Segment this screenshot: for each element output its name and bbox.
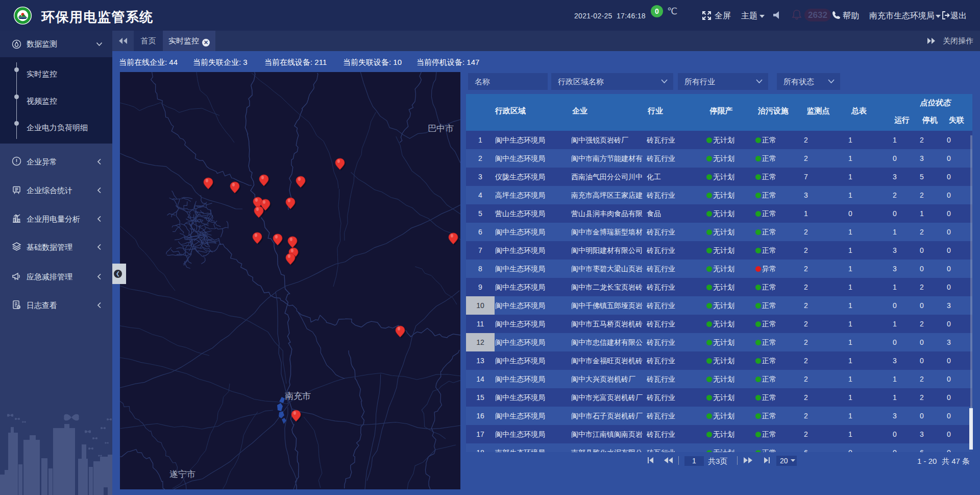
svg-text:遂宁市: 遂宁市: [169, 469, 195, 479]
svg-text:共3页: 共3页: [708, 457, 727, 465]
svg-text:1 - 20: 1 - 20: [917, 457, 937, 465]
svg-text:20: 20: [780, 457, 788, 465]
svg-text:1: 1: [692, 457, 696, 465]
svg-text:巴中市: 巴中市: [428, 124, 454, 133]
svg-text:南充市: 南充市: [285, 391, 311, 401]
svg-text:共 47 条: 共 47 条: [942, 457, 970, 465]
